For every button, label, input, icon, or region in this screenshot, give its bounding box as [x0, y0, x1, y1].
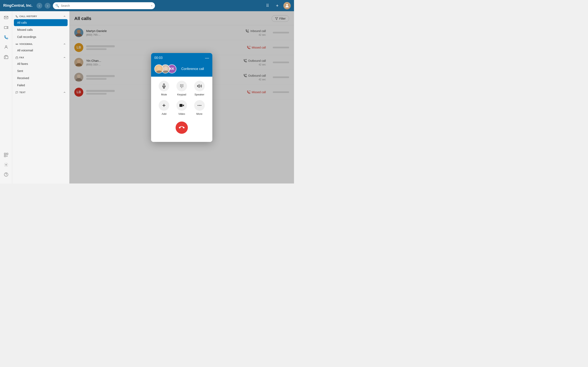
mute-button[interactable]: Mute [159, 81, 169, 96]
rail-phone-icon[interactable] [2, 33, 10, 42]
svg-point-42 [180, 86, 181, 87]
svg-rect-8 [6, 153, 8, 155]
svg-point-52 [200, 105, 201, 106]
mute-icon-container [159, 81, 169, 91]
svg-rect-2 [4, 26, 7, 29]
sidebar-item-failed[interactable]: Failed [14, 82, 68, 89]
voicemail-collapse-icon[interactable] [63, 43, 66, 45]
keypad-button[interactable]: Keypad [176, 81, 187, 96]
sidebar-item-received[interactable]: Received [14, 75, 68, 82]
svg-point-39 [180, 85, 181, 86]
mute-label: Mute [161, 93, 167, 96]
add-icon [162, 103, 166, 108]
modal-overlay[interactable]: 00:03 — [69, 11, 294, 184]
speaker-label: Speaker [194, 93, 204, 96]
participant-photo-1 [155, 65, 163, 73]
more-button[interactable]: More [194, 100, 205, 115]
text-label: TEXT [19, 91, 26, 94]
svg-point-33 [164, 67, 168, 71]
apps-grid-button[interactable]: ⠿ [264, 2, 271, 9]
add-button[interactable]: + [274, 2, 281, 9]
more-label: More [196, 112, 203, 115]
main-layout: CALL HISTORY All calls Missed calls Call… [0, 11, 294, 184]
text-collapse-icon[interactable] [63, 91, 66, 94]
fax-collapse-icon[interactable] [63, 56, 66, 59]
svg-point-13 [16, 44, 17, 44]
search-clear-icon[interactable]: × [151, 4, 153, 7]
svg-point-31 [157, 67, 161, 71]
rail-fax-icon[interactable] [2, 53, 10, 61]
topbar-right: ⠿ + [264, 2, 291, 9]
user-avatar[interactable] [283, 2, 291, 9]
svg-point-43 [181, 86, 182, 87]
more-icon [197, 103, 202, 108]
voicemail-header-icon [16, 43, 18, 45]
call-minimize-button[interactable]: — [205, 56, 209, 60]
add-label: Add [162, 112, 166, 115]
speaker-button[interactable]: Speaker [194, 81, 205, 96]
rail-extensions-icon[interactable] [2, 151, 10, 159]
conference-label: Conference call [181, 67, 204, 71]
search-icon: 🔍 [55, 4, 59, 8]
video-icon [179, 103, 184, 108]
more-icon-container [194, 100, 205, 111]
call-controls-row-2: Add Video More [155, 100, 208, 115]
keypad-label: Keypad [177, 93, 186, 96]
svg-point-14 [17, 44, 18, 44]
video-button[interactable]: Video [176, 100, 187, 115]
sidebar-item-all-calls[interactable]: All calls [14, 19, 68, 26]
user-avatar-icon [285, 3, 290, 8]
rail-contacts-icon[interactable] [2, 43, 10, 51]
svg-point-0 [286, 4, 288, 6]
call-timer: 00:03 [154, 56, 163, 60]
sidebar-item-missed-calls[interactable]: Missed calls [14, 26, 68, 33]
speaker-icon [197, 83, 202, 89]
call-modal: 00:03 — [151, 53, 212, 142]
svg-point-36 [180, 84, 181, 85]
svg-rect-9 [4, 155, 6, 157]
svg-point-3 [5, 46, 7, 47]
svg-marker-46 [198, 85, 199, 87]
svg-point-38 [182, 84, 183, 85]
svg-point-44 [182, 86, 183, 87]
rail-settings-icon[interactable] [2, 161, 10, 169]
main-content: All calls Filter Martyn Daniele (650 [69, 11, 294, 184]
collapse-icon[interactable] [63, 15, 66, 18]
svg-point-51 [199, 105, 200, 106]
sidebar-item-all-faxes[interactable]: All faxes [14, 60, 68, 67]
topbar: RingCentral, Inc. ‹ › 🔍 × ⠿ + [0, 0, 294, 11]
sidebar-item-sent[interactable]: Sent [14, 67, 68, 75]
svg-rect-16 [16, 57, 18, 59]
call-modal-body: Mute Keypad [151, 77, 212, 142]
add-button[interactable]: Add [159, 100, 169, 115]
nav-back-button[interactable]: ‹ [36, 3, 42, 8]
call-modal-participants: KK Conference call [151, 63, 212, 77]
svg-point-40 [181, 85, 182, 86]
search-input[interactable] [61, 4, 149, 7]
voicemail-header: VOICEMAIL [12, 41, 69, 47]
rail-help-icon[interactable] [2, 170, 10, 179]
sidebar-item-all-voicemail[interactable]: All voicemail [14, 47, 68, 54]
phone-header-icon [16, 15, 18, 18]
svg-point-45 [181, 87, 182, 88]
voicemail-label: VOICEMAIL [19, 43, 33, 45]
text-header: TEXT [12, 89, 69, 95]
keypad-icon [179, 83, 184, 89]
fax-header: FAX [12, 54, 69, 60]
call-controls-row-1: Mute Keypad [155, 81, 208, 96]
text-header-icon [16, 91, 18, 94]
fax-header-icon [16, 56, 18, 59]
svg-point-41 [182, 85, 183, 86]
sidebar-item-call-recordings[interactable]: Call recordings [14, 33, 68, 40]
keypad-icon-container [176, 81, 187, 91]
nav-forward-button[interactable]: › [45, 3, 51, 8]
rail-messages-icon[interactable] [2, 14, 10, 22]
video-label: Video [178, 112, 185, 115]
app-logo: RingCentral, Inc. [3, 3, 33, 8]
call-end-area [155, 119, 208, 138]
rail-video-icon[interactable] [2, 24, 10, 32]
mute-icon [162, 83, 166, 89]
svg-rect-4 [4, 56, 8, 59]
end-call-button[interactable] [176, 122, 188, 134]
call-history-header: CALL HISTORY [12, 13, 69, 19]
